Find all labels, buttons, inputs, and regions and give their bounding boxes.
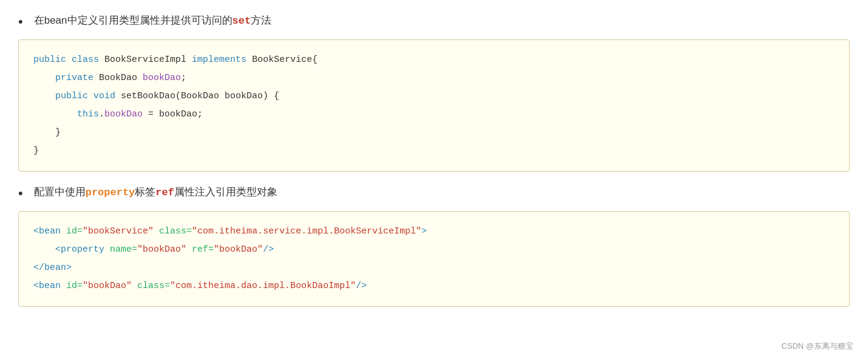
java-line-5: this.bookDao = bookDao; bbox=[33, 106, 835, 124]
watermark: CSDN @东离与糖宝 bbox=[781, 341, 853, 352]
bullet2-prefix: 配置中使用 bbox=[34, 186, 86, 198]
code-block-xml: <bean id="bookService" class="com.itheim… bbox=[18, 211, 850, 307]
xml-line-2: <property name="bookDao" ref="bookDao"/> bbox=[33, 241, 835, 259]
bullet-item-1: • 在bean中定义引用类型属性并提供可访问的set方法 bbox=[18, 12, 850, 32]
bullet1-prefix: 在bean中定义引用类型属性并提供可访问的 bbox=[34, 15, 232, 26]
bullet-text-1: 在bean中定义引用类型属性并提供可访问的set方法 bbox=[34, 12, 271, 29]
xml-line-1: <bean id="bookService" class="com.itheim… bbox=[33, 223, 835, 241]
java-line-2: private BookDao bookDao; bbox=[33, 69, 835, 87]
bullet1-highlight: set bbox=[232, 15, 251, 27]
bullet-dot-2: • bbox=[18, 183, 23, 204]
java-line-6: } bbox=[33, 124, 835, 142]
xml-line-5: <bean id="bookDao" class="com.itheima.da… bbox=[33, 277, 835, 295]
code-block-java: public class BookServiceImpl implements … bbox=[18, 39, 850, 172]
bullet-item-2: • 配置中使用property标签ref属性注入引用类型对象 bbox=[18, 184, 850, 204]
bullet-text-2: 配置中使用property标签ref属性注入引用类型对象 bbox=[34, 184, 277, 201]
bullet2-highlight1: property bbox=[86, 187, 135, 198]
java-line-4: public void setBookDao(BookDao bookDao) … bbox=[33, 87, 835, 106]
bullet-dot-1: • bbox=[18, 11, 23, 32]
bullet1-suffix: 方法 bbox=[251, 15, 271, 26]
bullet2-middle: 标签 bbox=[135, 186, 155, 198]
java-line-1: public class BookServiceImpl implements … bbox=[33, 51, 835, 69]
bullet2-suffix: 属性注入引用类型对象 bbox=[174, 186, 277, 198]
bullet2-highlight2: ref bbox=[155, 187, 174, 198]
java-line-7: } bbox=[33, 142, 835, 160]
xml-line-4: </bean> bbox=[33, 259, 835, 277]
